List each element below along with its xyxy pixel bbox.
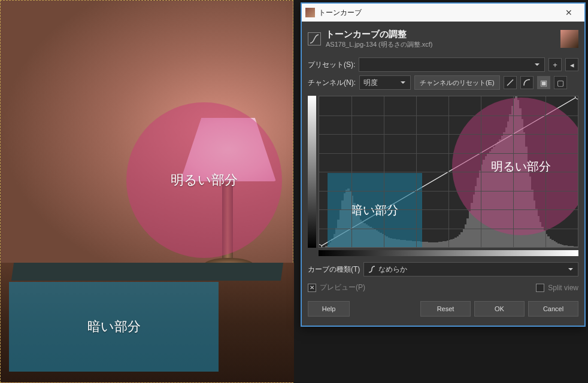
overlay-dark-rect: 暗い部分 [9, 282, 219, 372]
channel-value: 明度 [363, 78, 378, 88]
preview-label: プレビュー(P) [320, 282, 365, 293]
overlay-bright-label: 明るい部分 [171, 171, 238, 189]
curve-dark-label: 暗い部分 [351, 202, 399, 218]
layer-thumbnail[interactable] [560, 30, 578, 48]
input-gradient [319, 250, 578, 256]
curves-dialog: トーンカーブ ✕ トーンカーブの調整 AS178_L.jpg-134 (明るさの… [301, 2, 586, 327]
curve-handle-highlight[interactable] [575, 96, 578, 99]
reset-button[interactable]: Reset [420, 301, 471, 317]
curve-handle-shadow[interactable] [319, 244, 322, 248]
curve-dark-overlay: 暗い部分 [328, 173, 422, 247]
channel-reset-button[interactable]: チャンネルのリセット(E) [414, 75, 500, 90]
help-button[interactable]: Help [308, 301, 350, 317]
cancel-button[interactable]: Cancel [528, 301, 578, 317]
channel-reset-label: チャンネルのリセット(E) [420, 78, 495, 87]
dialog-header: トーンカーブの調整 AS178_L.jpg-134 (明るさの調整.xcf) [308, 26, 578, 54]
channel-label: チャンネル(N): [308, 78, 356, 88]
preset-label: プリセット(S): [308, 60, 355, 70]
curve-canvas[interactable]: 暗い部分 明るい部分 [319, 96, 578, 248]
curve-type-row: カーブの種類(T) なめらか [308, 262, 578, 276]
image-canvas[interactable]: 明るい部分 暗い部分 [0, 0, 293, 383]
overlay-bright-circle: 明るい部分 [126, 102, 282, 258]
curve-editor: 暗い部分 明るい部分 [308, 96, 578, 256]
overlay-dark-label: 暗い部分 [87, 318, 141, 336]
curve-type-label: カーブの種類(T) [308, 265, 360, 275]
preset-row: プリセット(S): + ◂ [308, 57, 578, 72]
curves-icon [308, 32, 321, 45]
split-view-label: Split view [548, 284, 578, 292]
preset-add-button[interactable]: + [548, 58, 562, 71]
channel-select[interactable]: 明度 [359, 75, 411, 90]
ok-button[interactable]: OK [474, 301, 525, 317]
output-gradient [308, 96, 316, 248]
curve-type-select[interactable]: なめらか [363, 262, 578, 276]
channel-row: チャンネル(N): 明度 チャンネルのリセット(E) ▣ ▢ [308, 75, 578, 90]
header-title: トーンカーブの調整 [326, 29, 556, 40]
preset-select[interactable] [359, 57, 545, 72]
histogram-log-icon[interactable] [520, 76, 534, 89]
window-title: トーンカーブ [319, 8, 557, 18]
output-pick-icon[interactable]: ▢ [554, 76, 567, 89]
image-desk-top [11, 263, 283, 281]
curve-type-value: なめらか [378, 265, 407, 275]
split-view-checkbox[interactable]: ✕ [536, 284, 544, 292]
canvas-image-panel[interactable]: 明るい部分 暗い部分 [0, 0, 293, 383]
header-text: トーンカーブの調整 AS178_L.jpg-134 (明るさの調整.xcf) [326, 29, 556, 49]
dialog-body: トーンカーブの調整 AS178_L.jpg-134 (明るさの調整.xcf) プ… [302, 22, 584, 326]
histogram-linear-icon[interactable] [504, 76, 517, 89]
preview-checkbox[interactable]: ✕ [308, 284, 316, 292]
smooth-curve-icon [368, 265, 376, 273]
titlebar[interactable]: トーンカーブ ✕ [302, 4, 584, 22]
header-subtitle: AS178_L.jpg-134 (明るさの調整.xcf) [326, 40, 556, 49]
preview-row: ✕ プレビュー(P) ✕ Split view [308, 280, 578, 295]
dialog-footer: Help Reset OK Cancel [308, 299, 578, 317]
app-icon [305, 8, 315, 17]
input-pick-icon[interactable]: ▣ [537, 76, 550, 89]
close-button[interactable]: ✕ [557, 4, 581, 21]
preset-menu-button[interactable]: ◂ [565, 58, 578, 71]
